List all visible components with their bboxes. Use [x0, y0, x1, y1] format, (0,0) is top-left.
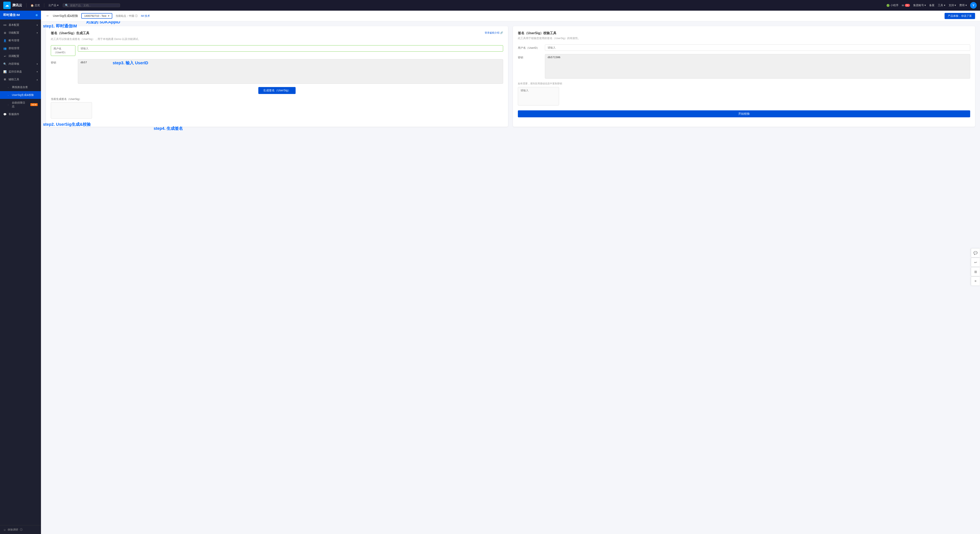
message-badge: 31: [905, 4, 910, 7]
verify-key-hint: 如有需要，请到应用基础信息中复制密钥: [518, 82, 970, 85]
floating-chat-btn[interactable]: 💬: [971, 248, 980, 257]
verify-tool-title: 签名（UserSig）校验工具: [518, 31, 970, 35]
verify-key-textarea[interactable]: db571506: [545, 54, 970, 79]
mini-program-label: 小程序: [891, 3, 899, 7]
sidebar-item-monitor[interactable]: 📊 监控仪表盘 ▾: [0, 68, 41, 76]
content-wrapper: 签名（UserSig）生成工具 登录鉴权介绍 🔗 此工具可以快速生成签名（Use…: [41, 21, 980, 132]
logo-text: 腾讯云: [12, 3, 22, 8]
grid-icon: ⊞: [3, 31, 6, 34]
dot-icon3: ·: [6, 103, 10, 106]
nav-support[interactable]: 支持 ▾: [949, 3, 956, 7]
nav-mini-program[interactable]: 🟢 小程序: [886, 3, 899, 7]
sidebar-label-feature-config: 功能配置: [9, 31, 19, 35]
sidebar-footer-label: 体验调研: [8, 528, 18, 532]
back-button[interactable]: ←: [46, 14, 49, 18]
verify-tool-desc: 此工具用于校验您使用的签名（UserSig）的有效性。: [518, 36, 970, 40]
nav-tools[interactable]: 工具 ▾: [938, 3, 945, 7]
nav-products-label: 云产品 ▾: [48, 3, 59, 7]
generate-btn-row: 生成签名（UserSig）: [51, 87, 503, 94]
sidebar-item-group-mgmt[interactable]: 👥 群组管理: [0, 44, 41, 52]
sidebar-label-trouble-log: 自助排障日志: [12, 101, 28, 108]
page-title: UserSig生成&校验: [53, 14, 78, 18]
im-tech-link[interactable]: IM 技术: [141, 14, 150, 18]
nav-item-home[interactable]: 🏠 总览: [30, 3, 40, 7]
sidebar-item-basic-config[interactable]: ≡≡ 基本配置 ▾: [0, 21, 41, 29]
app-selector[interactable]: 1400792710 - Test ▾: [81, 13, 112, 19]
settings-icon: ≡≡: [3, 24, 6, 27]
content-area: 签名（UserSig）生成工具 登录鉴权介绍 🔗 此工具可以快速生成签名（Use…: [41, 21, 980, 132]
info-circle-icon: ⓘ: [135, 14, 138, 18]
sidebar-item-content-review[interactable]: 🔍 内容审核 ▾: [0, 60, 41, 68]
sidebar-item-offline-push[interactable]: · 离线推送自查: [0, 83, 41, 91]
chevron-down-icon4: ▾: [37, 71, 38, 73]
nav-item-products[interactable]: 云产品 ▾: [48, 3, 59, 7]
floating-menu-btn[interactable]: ≡: [971, 277, 980, 286]
review-icon: 🔍: [3, 62, 6, 65]
sidebar-item-customer-plugin[interactable]: 💬 客服插件: [0, 110, 41, 118]
userid-input[interactable]: [78, 45, 503, 52]
support-label: 支持 ▾: [949, 3, 956, 7]
nav-group-account[interactable]: 集团账号 ▾: [913, 3, 926, 7]
login-auth-link[interactable]: 登录鉴权介绍 🔗: [485, 31, 503, 35]
userid-label: 用户名（UserID）: [51, 45, 75, 56]
verify-tool-card: 签名（UserSig）校验工具 此工具用于校验您使用的签名（UserSig）的有…: [513, 26, 975, 127]
dot-icon2: ·: [6, 94, 10, 97]
app-selector-value: 1400792710 - Test: [84, 14, 106, 17]
sidebar-label-callback: 回调配置: [9, 54, 19, 58]
callback-icon: ↩: [3, 55, 6, 58]
nav-billing[interactable]: 费用 ▾: [959, 3, 967, 7]
floating-refresh-btn[interactable]: ↩: [971, 258, 980, 267]
group-icon: 👥: [3, 47, 6, 50]
generate-tool-title: 签名（UserSig）生成工具: [51, 31, 89, 35]
sidebar-label-account-mgmt: 帐号管理: [9, 39, 19, 42]
tools-label: 工具 ▾: [938, 3, 945, 7]
result-label: 当前生成签名（UserSig）: [51, 97, 81, 101]
verify-key-label: 密钥: [518, 54, 542, 59]
right-floating-sidebar: 💬 ↩ ⊞ ≡: [971, 248, 980, 286]
sidebar-label-monitor: 监控仪表盘: [9, 70, 22, 73]
logo[interactable]: ☁ 腾讯云: [3, 2, 22, 9]
sidebar-item-callback[interactable]: ↩ 回调配置: [0, 52, 41, 60]
main-layout: 即时通信 IM ≡≡ 基本配置 ▾ ⊞ 功能配置 ▾ 👤 帐号管理 👥 群组管理: [0, 11, 980, 534]
floating-layout-btn[interactable]: ⊞: [971, 267, 980, 276]
site-label: 当前站点：中国: [116, 14, 134, 18]
sidebar-item-aux-tools[interactable]: 🛠 辅助工具 ▴: [0, 76, 41, 83]
result-textarea[interactable]: [51, 102, 92, 119]
verify-usersig-textarea[interactable]: [518, 87, 559, 105]
nav-filing[interactable]: 备案: [929, 3, 934, 7]
nav-messages[interactable]: ✉ 31: [902, 4, 910, 7]
verify-button[interactable]: 开始校验: [518, 110, 970, 117]
sidebar: 即时通信 IM ≡≡ 基本配置 ▾ ⊞ 功能配置 ▾ 👤 帐号管理 👥 群组管理: [0, 11, 41, 534]
generate-tool-card: 签名（UserSig）生成工具 登录鉴权介绍 🔗 此工具可以快速生成签名（Use…: [46, 26, 508, 127]
sidebar-label-customer-plugin: 客服插件: [9, 113, 19, 116]
monitor-icon: 📊: [3, 70, 6, 73]
generate-usersig-button[interactable]: 生成签名（UserSig）: [258, 87, 296, 94]
sidebar-item-feature-config[interactable]: ⊞ 功能配置 ▾: [0, 29, 41, 37]
group-account-label: 集团账号 ▾: [913, 3, 926, 7]
selector-arrow-icon: ▾: [108, 14, 110, 17]
sidebar-item-usersig[interactable]: · UserSig生成&校验: [0, 91, 41, 99]
userid-form-row: 用户名（UserID）: [51, 45, 503, 56]
search-bar[interactable]: 🔍: [63, 3, 120, 7]
generate-tool-desc: 此工具可以快速生成签名（UserSig），用于本地跑通 Demo 以及功能调试。: [51, 37, 503, 41]
sidebar-label-offline-push: 离线推送自查: [12, 85, 28, 89]
verify-userid-input[interactable]: [545, 44, 970, 51]
logo-icon: ☁: [3, 2, 11, 9]
home-icon: 🏠: [30, 4, 34, 7]
user-avatar[interactable]: Y: [970, 2, 977, 9]
search-input[interactable]: [70, 4, 118, 7]
sidebar-title: 即时通信 IM: [3, 13, 20, 17]
filing-label: 备案: [929, 3, 934, 7]
sidebar-item-trouble-log[interactable]: · 自助排障日志 NEW: [0, 99, 41, 110]
chevron-up-icon: ▴: [37, 78, 38, 81]
key-textarea[interactable]: db57: [78, 59, 503, 84]
current-site: 当前站点：中国 ⓘ: [116, 14, 138, 18]
sidebar-footer-research[interactable]: ☺ 体验调研 ⓘ: [0, 525, 41, 534]
product-experience-button[interactable]: 产品体验，你说了算: [945, 13, 975, 19]
search-icon: 🔍: [65, 4, 68, 7]
info-icon: ⓘ: [20, 528, 22, 532]
sidebar-label-group-mgmt: 群组管理: [9, 46, 19, 50]
mini-program-icon: 🟢: [886, 4, 890, 7]
sidebar-item-account-mgmt[interactable]: 👤 帐号管理: [0, 37, 41, 44]
sidebar-label-usersig: UserSig生成&校验: [12, 93, 34, 97]
